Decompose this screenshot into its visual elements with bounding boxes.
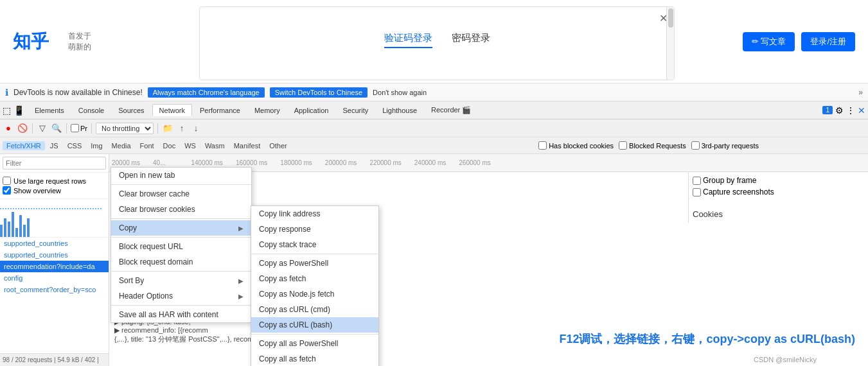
ctx-open-new-tab[interactable]: Open in new tab [111, 168, 251, 183]
type-btn-ws[interactable]: WS [181, 141, 200, 150]
match-language-button[interactable]: Always match Chrome's language [148, 87, 265, 98]
type-btn-font[interactable]: Font [136, 141, 158, 150]
tab-console[interactable]: Console [72, 105, 111, 116]
list-item[interactable]: supported_countries [0, 238, 109, 249]
list-item[interactable]: config [0, 272, 109, 284]
search-icon[interactable]: 🔍 [51, 123, 62, 134]
list-item-selected[interactable]: recommendation?include=da [0, 261, 109, 272]
filter-icon[interactable]: ▽ [37, 123, 48, 134]
capture-screenshots-checkbox[interactable] [693, 188, 701, 196]
third-party-checkbox[interactable] [691, 141, 700, 150]
type-btn-wasm[interactable]: Wasm [201, 141, 229, 150]
notification-badge: 1 [822, 106, 833, 114]
toolbar-separator-1 [32, 123, 33, 134]
group-by-frame-checkbox[interactable] [693, 177, 701, 185]
timeline-mark: 40... [153, 159, 165, 166]
ctx-copy-powershell[interactable]: Copy as PowerShell [251, 256, 378, 271]
blocked-requests-checkbox[interactable] [619, 141, 627, 150]
ctx-clear-cache[interactable]: Clear browser cache [111, 186, 251, 202]
tab-application[interactable]: Application [288, 105, 335, 116]
ctx-block-domain[interactable]: Block request domain [111, 254, 251, 270]
toolbar-separator-3 [91, 123, 92, 134]
scrollbar-thumb [668, 8, 673, 28]
ctx-header-options[interactable]: Header Options ▶ [111, 288, 251, 304]
ctx-header-options-label: Header Options [119, 292, 173, 301]
pointer-icon[interactable]: ⬚ [3, 105, 11, 116]
type-btn-css[interactable]: CSS [64, 141, 86, 150]
throttle-select[interactable]: No throttling Fast 3G Slow 3G [96, 123, 154, 134]
ctx-block-url[interactable]: Block request URL [111, 239, 251, 254]
use-large-rows-checkbox[interactable] [3, 177, 11, 185]
ctx-copy-all-fetch[interactable]: Copy all as fetch [251, 351, 378, 366]
preserve-log-checkbox[interactable] [71, 124, 79, 132]
more-icon[interactable]: ⋮ [846, 105, 855, 116]
tab-performance[interactable]: Performance [193, 105, 247, 116]
clear-icon[interactable]: 🚫 [17, 123, 28, 134]
modal-scrollbar[interactable] [666, 7, 674, 80]
response-line-3: {,...}, title: "13 分钟笔握 PostCSS",...}, r… [114, 335, 679, 344]
expand-icon[interactable]: » [858, 88, 863, 97]
tab-password[interactable]: 密码登录 [452, 32, 490, 48]
capture-screenshots-text: Capture screenshots [703, 187, 774, 196]
ctx-copy-nodejs-fetch[interactable]: Copy as Node.js fetch [251, 286, 378, 302]
tab-verify-code[interactable]: 验证码登录 [384, 32, 432, 48]
ctx-save-har[interactable]: Save all as HAR with content [111, 307, 251, 322]
tab-recorder[interactable]: Recorder 🎬 [425, 104, 477, 116]
toolbar-separator-2 [66, 123, 67, 134]
list-item[interactable]: root_comment?order_by=sco [0, 284, 109, 295]
type-btn-manifest[interactable]: Manifest [230, 141, 265, 150]
login-button[interactable]: 登录/注册 [801, 32, 855, 51]
ctx-clear-cookies[interactable]: Clear browser cookies [111, 202, 251, 217]
switch-chinese-button[interactable]: Switch DevTools to Chinese [270, 87, 368, 98]
type-btn-doc[interactable]: Doc [159, 141, 180, 150]
ctx-copy-link-address[interactable]: Copy link address [251, 206, 378, 222]
tab-security[interactable]: Security [336, 105, 375, 116]
ctx-copy-all-powershell[interactable]: Copy all as PowerShell [251, 336, 378, 351]
ctx-copy-fetch[interactable]: Copy as fetch [251, 271, 378, 286]
dont-show-button[interactable]: Don't show again [373, 89, 427, 96]
devtools-close-icon[interactable]: ✕ [858, 105, 865, 116]
ctx-copy-response[interactable]: Copy response [251, 222, 378, 237]
blocked-requests-text: Blocked Requests [629, 142, 686, 150]
type-btn-js[interactable]: JS [46, 141, 62, 150]
submenu-arrow-icon: ▶ [238, 293, 244, 300]
type-btn-img[interactable]: Img [87, 141, 106, 150]
download-icon[interactable]: ↓ [190, 123, 202, 134]
ctx-copy-curl-bash[interactable]: Copy as cURL (bash) [251, 317, 378, 333]
top-bar-actions: ✏ 写文章 登录/注册 [743, 32, 855, 51]
csdn-watermark: CSDN @smileNicky [754, 356, 817, 363]
ctx-copy-stack-trace[interactable]: Copy stack trace [251, 237, 378, 252]
main-area: Use large request rows Show overview [0, 154, 868, 366]
write-article-button[interactable]: ✏ 写文章 [743, 32, 795, 51]
import-icon[interactable]: 📁 [162, 123, 173, 134]
tab-sources[interactable]: Sources [112, 105, 150, 116]
tab-elements[interactable]: Elements [28, 105, 71, 116]
device-icon[interactable]: 📱 [13, 105, 24, 116]
ctx-block-url-label: Block request URL [119, 242, 183, 251]
upload-icon[interactable]: ↑ [176, 123, 188, 134]
type-btn-other[interactable]: Other [265, 141, 291, 150]
ctx-open-new-tab-label: Open in new tab [119, 171, 175, 180]
devtools-tab-icons: ⬚ 📱 [3, 105, 24, 116]
record-icon[interactable]: ● [3, 123, 14, 134]
type-btn-media[interactable]: Media [108, 141, 135, 150]
zhihu-logo: 知乎 [13, 30, 49, 54]
ctx-copy-curl-cmd[interactable]: Copy as cURL (cmd) [251, 302, 378, 317]
tab-memory[interactable]: Memory [248, 105, 287, 116]
has-blocked-cookies-checkbox[interactable] [538, 141, 547, 150]
filter-input[interactable] [3, 157, 106, 170]
request-list: supported_countries supported_countries … [0, 238, 109, 295]
tab-lighthouse[interactable]: Lighthouse [376, 105, 423, 116]
toolbar-separator-4 [157, 123, 158, 134]
cookies-label: Cookies [693, 209, 723, 219]
settings-icon[interactable]: ⚙ [835, 105, 844, 116]
ctx-copy[interactable]: Copy ▶ [111, 220, 251, 236]
timeline-mark: 160000 ms [236, 159, 267, 166]
list-item[interactable]: supported_countries [0, 249, 109, 261]
tab-network[interactable]: Network [152, 104, 192, 116]
group-by-frame-text: Group by frame [703, 176, 756, 185]
show-overview-checkbox[interactable] [3, 186, 11, 195]
svg-rect-4 [15, 228, 18, 238]
type-btn-fetch-xhr[interactable]: Fetch/XHR [3, 141, 45, 150]
ctx-sort-by[interactable]: Sort By ▶ [111, 273, 251, 288]
